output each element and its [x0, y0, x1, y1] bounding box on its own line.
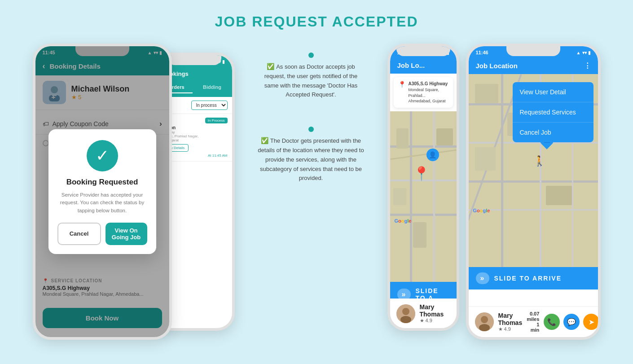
driver-avatar-4 [475, 312, 494, 331]
modal-buttons: Cancel View On Going Job [57, 223, 147, 245]
location-icon-4: ▲ [576, 50, 581, 55]
map-pin-3: 📍 [413, 166, 430, 181]
page-title: JOB REQUEST ACCEPTED [215, 13, 418, 30]
view-ongoing-job-button[interactable]: View On Going Job [106, 223, 147, 245]
annotation-2: ✅ The Doctor gets presented with the det… [257, 127, 365, 183]
check-icon-2: ✅ [261, 137, 270, 144]
action-icons: 📞 💬 ➤ [544, 314, 599, 330]
menu-requested-services[interactable]: Requested Services [513, 102, 593, 123]
phone-job-location-full: 11:46 ▲ ▾▾ ▮ Job Location ⋮ View User De… [466, 44, 601, 340]
driver-card-3: Mary Thomas ★ 4.9 [390, 298, 457, 328]
dropdown-menu: View User Detail Requested Services Canc… [513, 82, 593, 142]
phone-booking-details: 11:45 ▲ ▾▾ ▮ ‹ Booking Details [33, 44, 172, 340]
annotation-text-2: The Doctor gets presented with the detai… [258, 137, 364, 181]
phones-container: 11:45 ▲ ▾▾ ▮ ‹ Booking Details [9, 44, 624, 340]
job-location-title-partial: Job Lo... [397, 61, 425, 69]
svg-point-6 [402, 308, 409, 315]
google-logo-4: Google [473, 208, 490, 213]
driver-name-3: Mary Thomas [420, 303, 450, 318]
call-button[interactable]: 📞 [544, 314, 560, 330]
annotation-1: ✅ As soon as Doctor accepts job request,… [257, 53, 365, 100]
eta-value: 1 min [527, 322, 539, 333]
slide-label-4: SLIDE TO ARRIVE [494, 275, 562, 282]
phone-notch-3 [396, 46, 450, 56]
address-text: A305,S.G Highway Mondeal Square, Prahlad… [409, 81, 448, 104]
svg-point-7 [400, 316, 411, 323]
cancel-button[interactable]: Cancel [57, 223, 101, 245]
doctor-pin-3: 👤 [426, 149, 439, 161]
battery-icon-2: ▮ [222, 59, 225, 64]
annotation-dot-2 [308, 127, 314, 132]
menu-cancel-job[interactable]: Cancel Job [513, 123, 593, 142]
google-logo-3: Google [395, 218, 412, 224]
address-bar: 📍 A305,S.G Highway Mondeal Square, Prahl… [394, 77, 453, 108]
phone-notch-4 [506, 46, 560, 56]
job-location-title-full: Job Location [476, 62, 518, 70]
annotation-text-1: As soon as Doctor accepts job request, t… [264, 63, 358, 98]
right-phones-group: 11:46 ▲ ▾▾ ▮ Job Lo... 📍 A305,S.G Highwa… [387, 44, 601, 340]
phone-job-location-partial: 11:46 ▲ ▾▾ ▮ Job Lo... 📍 A305,S.G Highwa… [387, 44, 459, 331]
driver-card-4: Mary Thomas ★ 4.9 0.07 miles 1 min 📞 💬 ➤ [469, 306, 598, 337]
in-process-badge: In Process [205, 118, 228, 123]
driver-avatar-3 [396, 304, 415, 323]
job-location-header-full: Job Location ⋮ [469, 57, 598, 74]
left-phones-group: 11:45 ▲ ▾▾ ▮ ‹ Booking Details [33, 44, 235, 340]
slide-arrows-icon-4: » [476, 272, 490, 284]
status-icons-4: ▲ ▾▾ ▮ [576, 50, 591, 55]
driver-name-4: Mary Thomas [498, 312, 523, 326]
distance-value: 0.07 miles [527, 311, 539, 322]
map-area-partial: 📍 👤 Google [390, 111, 457, 282]
address-pin-icon: 📍 [398, 81, 406, 88]
annotation-dot-1 [308, 53, 314, 58]
success-check-circle: ✓ [87, 140, 118, 171]
wifi-icon-4: ▾▾ [582, 50, 587, 55]
modal-overlay: ✓ Booking Requested Service Provider has… [35, 46, 169, 337]
navigate-button[interactable]: ➤ [583, 314, 599, 330]
booking-requested-modal: ✓ Booking Requested Service Provider has… [48, 129, 156, 254]
driver-rating-4: ★ 4.9 [498, 326, 523, 332]
menu-view-user-detail[interactable]: View User Detail [513, 82, 593, 102]
slide-bar-4[interactable]: » SLIDE TO ARRIVE [469, 267, 598, 289]
svg-point-10 [479, 324, 490, 331]
job-location-header-partial: Job Lo... [390, 57, 457, 74]
modal-title: Booking Requested [57, 178, 147, 187]
checkmark-icon: ✓ [96, 146, 109, 165]
chat-button[interactable]: 💬 [563, 314, 580, 330]
annotations-area: ✅ As soon as Doctor accepts job request,… [248, 44, 374, 192]
status-select[interactable]: In process [191, 101, 228, 110]
battery-icon-4: ▮ [588, 50, 591, 55]
check-icon-1: ✅ [267, 63, 276, 70]
time-4: 11:46 [476, 50, 488, 55]
modal-text: Service Provider has accepted your reque… [57, 191, 147, 215]
svg-point-9 [481, 316, 488, 323]
phone-notch-2 [167, 55, 221, 65]
distance-info: 0.07 miles 1 min [527, 311, 539, 333]
driver-rating-3: ★ 4.9 [420, 318, 450, 324]
more-options-icon[interactable]: ⋮ [584, 61, 591, 70]
tab-bidding[interactable]: Bidding [196, 82, 229, 93]
